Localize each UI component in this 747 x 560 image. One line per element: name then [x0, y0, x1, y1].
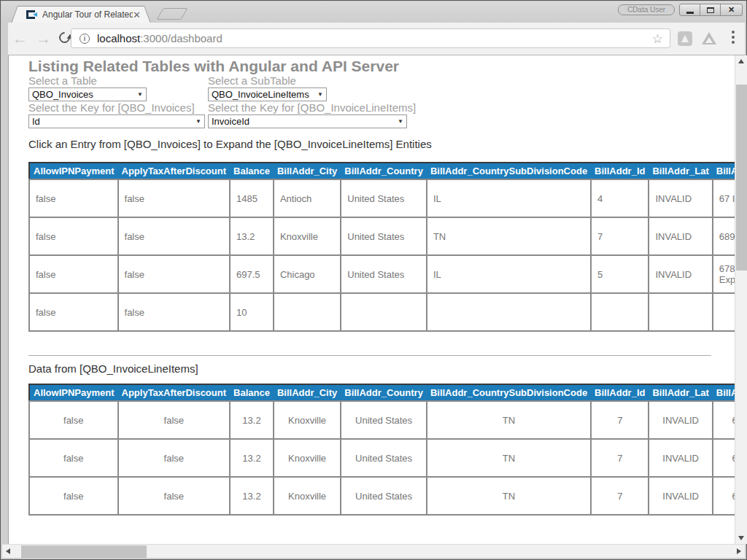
column-header: BillAddr_CountrySubDivisionCode [427, 384, 591, 401]
table-cell[interactable]: false [118, 255, 231, 293]
chrome-menu-icon[interactable] [732, 31, 735, 44]
table-header-row: AllowIPNPaymentApplyTaxAfterDiscountBala… [29, 384, 735, 401]
table-cell[interactable]: Knoxville [274, 217, 341, 255]
select-table-label: Select a Table [28, 74, 97, 87]
table-cell[interactable]: false [118, 293, 231, 331]
table-cell[interactable] [274, 293, 341, 331]
table-cell: Knoxville [274, 401, 341, 439]
scroll-left-icon[interactable] [2, 545, 14, 558]
table-row[interactable]: falsefalse10 [29, 293, 735, 331]
table-cell[interactable]: false [118, 217, 231, 255]
table-cell[interactable]: 13.2 [230, 217, 274, 255]
table-cell[interactable]: United States [341, 255, 427, 293]
table-cell[interactable]: INVALID [649, 255, 712, 293]
table-row[interactable]: falsefalse1485AntiochUnited StatesIL4INV… [29, 179, 735, 217]
url-text[interactable]: localhost:3000/dashboard [97, 32, 222, 44]
new-tab-button[interactable] [156, 8, 187, 20]
table-row[interactable]: falsefalse13.2KnoxvilleUnited StatesTN7I… [29, 217, 735, 255]
column-header: BillAddr_Lat [649, 163, 712, 179]
table-cell[interactable]: false [118, 179, 231, 217]
table-cell[interactable]: Antioch [274, 179, 341, 217]
profile-button[interactable]: CData User [618, 4, 675, 15]
horizontal-scroll-thumb[interactable] [21, 545, 147, 558]
key-table-select-value: Id [32, 116, 40, 127]
table-cell[interactable]: 697.5 [230, 255, 274, 293]
table-cell[interactable]: 4 [591, 179, 649, 217]
table-cell[interactable]: 1485 [230, 179, 274, 217]
table-cell[interactable]: Chicago [274, 255, 341, 293]
vertical-scroll-thumb[interactable] [736, 85, 747, 271]
table-select[interactable]: QBO_Invoices ▼ [28, 88, 147, 101]
minimize-button[interactable] [679, 4, 700, 16]
column-header: BillAddr_Lat [649, 384, 712, 401]
column-header: ApplyTaxAfterDiscount [118, 384, 231, 401]
table-cell: TN [427, 439, 591, 477]
table-cell: Knoxville [274, 439, 341, 477]
table-cell: 13.2 [230, 477, 274, 515]
scroll-right-icon[interactable] [733, 545, 745, 558]
page-info-icon[interactable]: i [80, 34, 90, 44]
table-cell[interactable]: 6789 Expensereport [713, 255, 735, 293]
browser-tab[interactable]: Angular Tour of Related T ✕ [11, 6, 151, 23]
table-cell[interactable]: IL [427, 179, 591, 217]
table-cell[interactable]: 10 [230, 293, 274, 331]
adobe-extension-icon[interactable] [678, 31, 692, 46]
tab-close-icon[interactable]: ✕ [133, 10, 141, 20]
table-row[interactable]: falsefalse697.5ChicagoUnited StatesIL5IN… [29, 255, 735, 293]
scroll-down-icon[interactable] [735, 532, 747, 544]
key-subtable-select[interactable]: InvoiceId ▼ [208, 114, 407, 128]
tab-title: Angular Tour of Related T [42, 9, 133, 20]
close-button[interactable]: ✕ [720, 4, 743, 16]
table-cell[interactable] [713, 293, 735, 331]
table-cell[interactable]: false [29, 217, 118, 255]
column-header: BillAddr_Country [341, 384, 427, 401]
table-cell: false [118, 401, 231, 439]
table-row: falsefalse13.2KnoxvilleUnited StatesTN7I… [29, 439, 735, 477]
horizontal-scrollbar[interactable] [2, 544, 745, 558]
table-cell[interactable] [341, 293, 427, 331]
reload-button[interactable] [57, 30, 72, 45]
column-header: Balance [230, 384, 274, 401]
window-controls: ✕ [680, 4, 743, 16]
table-cell[interactable]: United States [341, 179, 427, 217]
table-cell[interactable] [427, 293, 591, 331]
table-cell[interactable]: United States [341, 217, 427, 255]
table-cell[interactable]: 67 Invoiceme [713, 179, 735, 217]
table-cell: INVALID [649, 439, 712, 477]
table-cell: 689 Billit [713, 477, 735, 515]
browser-toolbar: ← → i localhost:3000/dashboard ☆ [8, 23, 745, 55]
subtable-select[interactable]: QBO_InvoiceLineItems ▼ [208, 88, 327, 101]
maximize-button[interactable] [700, 4, 721, 16]
dropdown-arrow-icon: ▼ [137, 91, 143, 98]
table-cell: 7 [591, 401, 649, 439]
column-header: BillAddr_City [274, 384, 341, 401]
table-cell: 13.2 [230, 439, 274, 477]
vertical-scrollbar[interactable] [735, 55, 747, 544]
address-bar[interactable]: i localhost:3000/dashboard ☆ [71, 28, 670, 48]
table-cell[interactable] [649, 293, 712, 331]
column-header: Balance [230, 163, 274, 179]
back-button[interactable]: ← [12, 31, 28, 46]
key-table-select[interactable]: Id ▼ [28, 114, 205, 128]
column-header: BillAddr_Country [341, 163, 427, 179]
drive-extension-icon[interactable] [702, 32, 716, 44]
table-cell[interactable] [591, 293, 649, 331]
invoice-line-items-table: AllowIPNPaymentApplyTaxAfterDiscountBala… [28, 384, 735, 516]
table-cell[interactable]: TN [427, 217, 591, 255]
select-subtable-label: Select a SubTable [208, 74, 296, 87]
table-cell[interactable]: IL [427, 255, 591, 293]
table-cell[interactable]: false [29, 293, 118, 331]
table-cell[interactable]: 689 Billit [713, 217, 735, 255]
table-cell: INVALID [649, 477, 712, 515]
bookmark-star-icon[interactable]: ☆ [652, 31, 663, 47]
scroll-up-icon[interactable] [735, 55, 747, 67]
table-cell[interactable]: 7 [591, 217, 649, 255]
instruction-text: Click an Entry from [QBO_Invoices] to Ex… [28, 138, 432, 150]
table-cell[interactable]: 5 [591, 255, 649, 293]
forward-button[interactable]: → [36, 31, 51, 46]
page-title: Listing Related Tables with Angular and … [28, 58, 399, 75]
table-cell[interactable]: false [29, 179, 118, 217]
table-cell[interactable]: INVALID [649, 217, 712, 255]
table-cell[interactable]: INVALID [649, 179, 712, 217]
table-cell[interactable]: false [29, 255, 118, 293]
